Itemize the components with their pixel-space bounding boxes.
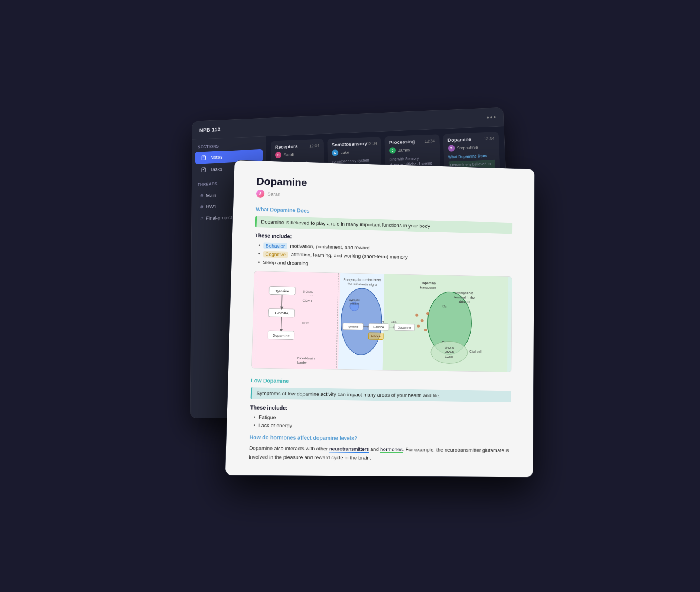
- section1-highlight: Dopamine is believed to play a role in m…: [255, 216, 512, 234]
- svg-text:Tyrosine: Tyrosine: [275, 288, 289, 293]
- card-receptors-title: Receptors: [275, 143, 297, 150]
- hormones-link: hormones: [380, 446, 403, 453]
- svg-text:COMT: COMT: [302, 299, 312, 303]
- card-receptors-author: Sarah: [283, 152, 294, 157]
- card-somato-avatar: L: [331, 149, 338, 156]
- bullet-fatigue: Fatigue: [254, 414, 511, 423]
- svg-text:transporter: transporter: [420, 285, 436, 289]
- card-somato-time: 12:34: [367, 141, 377, 146]
- svg-text:the substantia nigra: the substantia nigra: [348, 282, 377, 286]
- card-receptors-time: 12:34: [309, 143, 319, 148]
- document-content[interactable]: Dopamine S Sarah What Dopamine Does Dopa…: [225, 160, 534, 477]
- svg-text:Dopamine: Dopamine: [420, 281, 435, 285]
- behavior-text: motivation, punishment, and reward: [290, 243, 369, 250]
- svg-text:Glial cell: Glial cell: [469, 350, 481, 354]
- doc-author-name: Sarah: [267, 191, 280, 197]
- svg-text:Dopamine: Dopamine: [272, 333, 290, 337]
- body-text: Dopamine also interacts with other neuro…: [248, 444, 511, 463]
- thread-main-label: Main: [206, 193, 216, 198]
- svg-text:DDC: DDC: [391, 320, 397, 323]
- behavior-tag: Behavior: [263, 242, 287, 249]
- cognitive-text: attention, learning, and working (short-…: [291, 252, 408, 260]
- svg-text:MAO-B: MAO-B: [371, 334, 381, 338]
- section2-highlight: Symptoms of low dopamine activity can im…: [250, 387, 511, 402]
- notes-label: Notes: [210, 154, 222, 160]
- notes-icon: [200, 154, 206, 161]
- svg-text:COMT: COMT: [445, 355, 453, 358]
- svg-text:Synaptic: Synaptic: [349, 298, 360, 302]
- card-somato-title: Somatosensory: [331, 140, 367, 147]
- svg-text:TH: TH: [380, 320, 384, 323]
- card-dop-author: Stephahnie: [457, 145, 478, 150]
- bullets1: Behavior motivation, punishment, and rew…: [254, 242, 512, 271]
- svg-text:L-DOPA: L-DOPA: [373, 325, 384, 329]
- svg-text:Tyrosine: Tyrosine: [347, 325, 358, 329]
- section3-heading: How do hormones affect dopamine levels?: [249, 434, 511, 443]
- card-dop-title: Dopamine: [447, 136, 471, 143]
- neurotransmitters-link: neurotransmitters: [329, 446, 369, 452]
- cognitive-tag: Cognitive: [263, 251, 288, 258]
- card-proc-time: 12:34: [424, 138, 435, 143]
- thread-hw1-label: HW1: [206, 204, 216, 209]
- sleep-text: Sleep and dreaming: [263, 259, 308, 266]
- svg-text:DDC: DDC: [302, 321, 309, 324]
- section2-heading: Low Dopamine: [251, 377, 511, 387]
- hash-icon: #: [200, 215, 203, 221]
- svg-text:3-OMD: 3-OMD: [303, 289, 313, 294]
- card-proc-title: Processing: [389, 139, 415, 145]
- thread-final-label: Final-project: [206, 214, 232, 221]
- fatigue-text: Fatigue: [258, 414, 276, 420]
- card-proc-author: James: [398, 148, 410, 152]
- card-somato-author: Luke: [340, 150, 349, 154]
- card-receptors-avatar: S: [275, 152, 281, 158]
- back-title: NPB 112: [199, 126, 220, 133]
- energy-text: Lack of energy: [258, 422, 292, 428]
- svg-text:barrier: barrier: [297, 360, 307, 365]
- front-window: Dopamine S Sarah What Dopamine Does Dopa…: [225, 159, 535, 477]
- dots-menu[interactable]: [486, 116, 495, 118]
- tasks-icon: [200, 166, 206, 173]
- svg-text:Blood-brain: Blood-brain: [297, 356, 315, 360]
- these-include-2: These include:: [250, 404, 511, 413]
- svg-text:vesicle: vesicle: [350, 302, 359, 305]
- svg-text:Dopamine: Dopamine: [397, 326, 411, 329]
- tasks-label: Tasks: [210, 166, 222, 172]
- svg-text:terminal in the: terminal in the: [454, 295, 474, 299]
- hash-icon: #: [200, 204, 203, 210]
- dopamine-diagram: Tyrosine L-DOPA Dopamine 3-OMD COMT DDC: [251, 271, 512, 372]
- hash-icon: #: [200, 193, 203, 198]
- svg-text:striatum: striatum: [458, 300, 470, 304]
- bullet-energy: Lack of energy: [253, 422, 511, 430]
- svg-rect-4: [255, 271, 340, 369]
- svg-text:Postsynaptic: Postsynaptic: [455, 291, 473, 295]
- doc-avatar: S: [256, 189, 264, 197]
- svg-text:MAO-A: MAO-A: [444, 346, 454, 349]
- svg-text:L-DOPA: L-DOPA: [274, 311, 288, 315]
- svg-text:MAO-B: MAO-B: [444, 350, 454, 354]
- card-dop-avatar: S: [447, 145, 455, 151]
- svg-text:D₂: D₂: [442, 304, 446, 308]
- bullets2: Fatigue Lack of energy: [250, 414, 511, 430]
- card-dop-time: 12:34: [484, 136, 494, 141]
- card-proc-avatar: J: [389, 147, 395, 153]
- svg-text:Presynaptic terminal from: Presynaptic terminal from: [343, 277, 381, 282]
